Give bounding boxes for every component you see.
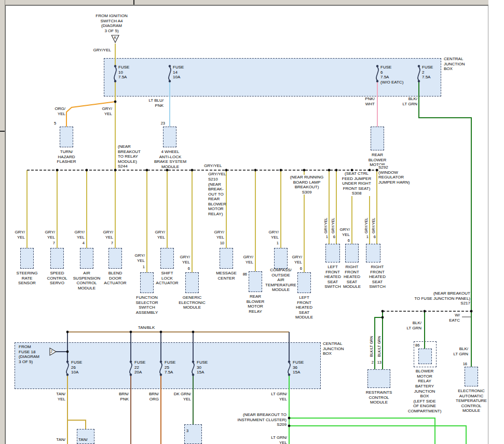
wiring-diagram-page: FROM IGNITION SWITCH A4 (DIAGRAM 3 OF 5)… bbox=[0, 0, 504, 444]
left-edge-tick bbox=[0, 131, 5, 132]
drawing-page-border bbox=[5, 5, 488, 444]
top-edge-tick bbox=[133, 0, 134, 5]
window-left-edge bbox=[0, 0, 5, 444]
window-top-edge bbox=[0, 0, 488, 5]
